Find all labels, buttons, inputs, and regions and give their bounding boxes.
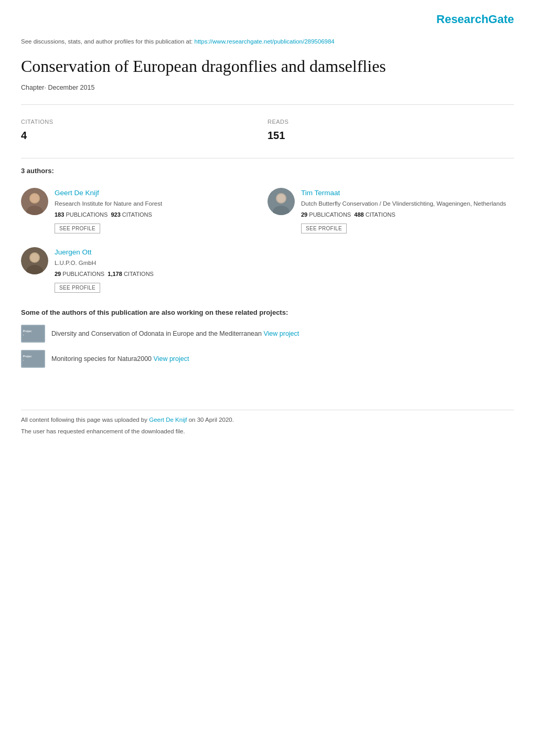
publication-type: Chapter [21,84,44,91]
divider-top [21,104,514,105]
footer: All content following this page was uplo… [21,410,514,436]
footer-uploader-link[interactable]: Geert De Knijf [149,417,187,423]
chapter-date: Chapter· December 2015 [21,83,514,93]
reads-block: READS 151 [268,112,514,149]
project-description-2: Monitoring species for Natura2000 [51,355,154,363]
svg-text:Projec: Projec [23,355,32,358]
authors-section-label: 3 authors: [21,166,514,176]
footer-upload-suffix: on 30 April 2020. [187,417,234,423]
svg-point-11 [30,253,39,262]
project-thumb-2: Projec t [21,350,45,368]
citations-label: CITATIONS [21,118,268,126]
author-affiliation-geert: Research Institute for Nature and Forest [55,199,268,208]
author-card-geert: Geert De Knijf Research Institute for Na… [21,184,268,243]
top-link-text: See discussions, stats, and author profi… [21,38,195,45]
avatar-geert [21,188,48,215]
svg-rect-17 [22,351,44,367]
author-name-juergen[interactable]: Juergen Ott [55,247,514,258]
related-projects-label: Some of the authors of this publication … [21,307,514,318]
reads-value: 151 [268,127,514,143]
reads-label: READS [268,118,514,126]
svg-point-3 [30,194,39,203]
see-profile-button-geert[interactable]: SEE PROFILE [55,223,100,233]
see-profile-button-tim[interactable]: SEE PROFILE [301,223,347,233]
publication-url[interactable]: https://www.researchgate.net/publication… [195,38,335,45]
project-description-1: Diversity and Conservation of Odonata in… [51,330,263,337]
authors-grid: Geert De Knijf Research Institute for Na… [21,184,514,302]
see-profile-button-juergen[interactable]: SEE PROFILE [55,283,100,293]
page-wrapper: ResearchGate See discussions, stats, and… [0,0,535,471]
researchgate-logo: ResearchGate [436,13,514,26]
project-thumb-1: Projec t [21,325,45,343]
avatar-juergen [21,247,48,274]
author-card-juergen: Juergen Ott L.U.P.O. GmbH 29 PUBLICATION… [21,243,514,302]
author-stats-geert: 183 PUBLICATIONS 923 CITATIONS [55,210,268,219]
citations-block: CITATIONS 4 [21,112,268,149]
footer-upload-prefix: All content following this page was uplo… [21,417,149,423]
footer-upload-text: All content following this page was uplo… [21,416,514,424]
project-text-2: Monitoring species for Natura2000 View p… [51,354,189,364]
project-text-1: Diversity and Conservation of Odonata in… [51,329,299,339]
project-item-1: Projec t Diversity and Conservation of O… [21,325,514,343]
author-stats-tim: 29 PUBLICATIONS 488 CITATIONS [301,210,514,219]
svg-rect-13 [22,326,44,342]
publication-date: · December 2015 [44,84,94,91]
author-info-juergen: Juergen Ott L.U.P.O. GmbH 29 PUBLICATION… [55,247,514,293]
top-link-bar: See discussions, stats, and author profi… [21,37,514,46]
project-item-2: Projec t Monitoring species for Natura20… [21,350,514,368]
svg-point-7 [277,194,285,203]
author-affiliation-juergen: L.U.P.O. GmbH [55,259,514,268]
project-link-1[interactable]: View project [263,330,299,337]
footer-request-text: The user has requested enhancement of th… [21,427,514,436]
author-info-geert: Geert De Knijf Research Institute for Na… [55,188,268,233]
avatar-tim [268,188,295,215]
citations-value: 4 [21,127,268,143]
divider-authors [21,158,514,158]
author-card-tim: Tim Termaat Dutch Butterfly Conservation… [268,184,514,243]
author-name-tim[interactable]: Tim Termaat [301,188,514,198]
header-logo: ResearchGate [21,10,514,28]
svg-text:Projec: Projec [23,329,32,333]
author-info-tim: Tim Termaat Dutch Butterfly Conservation… [301,188,514,233]
stats-row: CITATIONS 4 READS 151 [21,112,514,149]
author-name-geert[interactable]: Geert De Knijf [55,188,268,198]
project-link-2[interactable]: View project [154,355,189,363]
author-stats-juergen: 29 PUBLICATIONS 1,178 CITATIONS [55,270,514,279]
author-affiliation-tim: Dutch Butterfly Conservation / De Vlinde… [301,199,514,208]
page-title: Conservation of European dragonflies and… [21,56,514,78]
